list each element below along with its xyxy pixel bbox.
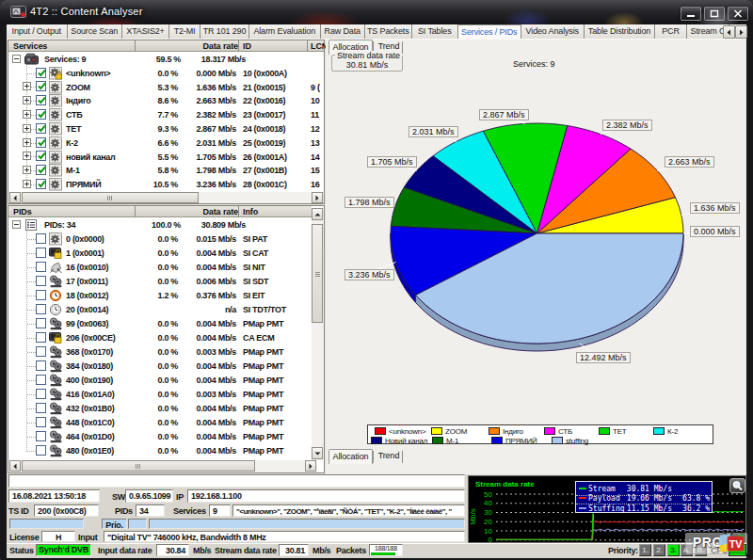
magnifier-button[interactable]	[729, 478, 745, 493]
priority-button-3[interactable]: 3.	[667, 544, 680, 556]
pid-row[interactable]: 99 (0x0063)0.0 %0.004 Mb/sPMap PMT	[8, 317, 312, 331]
scroll-right-button[interactable]	[305, 460, 316, 472]
expand-toggle[interactable]	[23, 138, 31, 147]
tab-table-distribution[interactable]: Table Distribution	[585, 24, 655, 40]
expand-toggle[interactable]	[23, 96, 31, 104]
pid-row[interactable]: 384 (0x0180)0.0 %0.004 Mb/sPMap PMT	[8, 360, 312, 374]
service-row[interactable]: ПРЯМИЙ10.5 %3.236 Mb/s28 (0x001C)16	[8, 178, 324, 192]
priority-button-1[interactable]: 1.	[639, 544, 651, 556]
service-row[interactable]: новий канал5.5 %1.705 Mb/s26 (0x001A)14	[8, 151, 324, 165]
expand-toggle[interactable]	[23, 110, 31, 119]
pid-row[interactable]: 17 (0x0011)0.0 %0.006 Mb/sSI SDT	[8, 275, 312, 289]
tab-t2-mi[interactable]: T2-MI	[169, 24, 200, 40]
pid-row[interactable]: 0 (0x0000)0.0 %0.015 Mb/sSI PAT	[8, 232, 312, 247]
scroll-right-button[interactable]	[312, 192, 323, 203]
maximize-button[interactable]	[704, 7, 725, 21]
tab-pcr[interactable]: PCR	[655, 24, 687, 40]
service-row[interactable]: ТЕТ9.3 %2.867 Mb/s24 (0x0018)12	[8, 122, 324, 136]
pids-vscrollbar[interactable]	[312, 208, 324, 460]
service-root-row[interactable]: Services: 959.5 %18.317 Mb/s	[8, 53, 324, 67]
scroll-thumb[interactable]	[22, 460, 255, 472]
row-checkbox[interactable]	[36, 165, 46, 175]
service-row[interactable]: СТБ7.7 %2.382 Mb/s23 (0x0017)11	[8, 108, 324, 122]
service-row[interactable]: М-15.8 %1.798 Mb/s27 (0x001B)15	[8, 164, 324, 178]
pids-header[interactable]: PIDs Data rate Info	[8, 206, 312, 217]
tab-tr-101-290[interactable]: TR 101 290	[200, 24, 249, 40]
row-checkbox[interactable]	[36, 262, 46, 272]
services-header[interactable]: Services Data rate ID LCN	[8, 40, 324, 52]
pid-row[interactable]: 20 (0x0014)n/aSI TDT/TOT	[8, 303, 312, 317]
row-checkbox[interactable]	[36, 137, 46, 148]
row-checkbox[interactable]	[36, 179, 46, 189]
expand-toggle[interactable]	[23, 82, 31, 90]
close-button[interactable]	[728, 7, 748, 21]
expand-toggle[interactable]	[23, 180, 31, 188]
scroll-left-button[interactable]	[9, 460, 21, 472]
pid-row[interactable]: 416 (0x01A0)0.0 %0.003 Mb/sPMap PMT	[8, 388, 312, 402]
pid-row[interactable]: 206 (0x00CE)0.0 %0.004 Mb/sCA ECM	[8, 331, 312, 345]
row-checkbox[interactable]	[36, 375, 46, 385]
tab-video-analysis[interactable]: Video Analysis	[521, 24, 585, 40]
row-checkbox[interactable]	[36, 81, 46, 91]
tab-scroll-right-button[interactable]	[735, 25, 747, 39]
pid-row[interactable]: 16 (0x0010)0.0 %0.004 Mb/sSI NIT	[8, 261, 312, 275]
collapse-toggle[interactable]	[12, 55, 21, 63]
expand-toggle[interactable]	[23, 166, 31, 174]
row-checkbox[interactable]	[36, 276, 46, 286]
pid-row[interactable]: 432 (0x01B0)0.0 %0.004 Mb/sPMap PMT	[8, 402, 312, 416]
row-checkbox[interactable]	[36, 403, 46, 413]
row-checkbox[interactable]	[36, 151, 46, 161]
scroll-up-button[interactable]	[312, 208, 323, 220]
tab-scroll-left-button[interactable]	[723, 25, 735, 39]
tab-alarm-evaluation[interactable]: Alarm Evaluation	[249, 24, 321, 40]
services-hscrollbar[interactable]	[8, 192, 324, 203]
tab-si-tables[interactable]: SI Tables	[412, 24, 459, 40]
service-row[interactable]: Індиго8.6 %2.663 Mb/s22 (0x0016)10	[8, 94, 324, 108]
pid-row[interactable]: 480 (0x01E0)0.0 %0.004 Mb/sPMap PMT	[8, 444, 312, 458]
tab-xtasis2-[interactable]: XTASIS2+	[122, 24, 169, 40]
row-checkbox[interactable]	[36, 248, 46, 258]
tab-ts-packets[interactable]: TS Packets	[365, 24, 412, 40]
row-checkbox[interactable]	[36, 68, 46, 78]
scroll-left-button[interactable]	[9, 192, 21, 203]
tab-input-output[interactable]: Input / Output	[7, 24, 68, 40]
service-row[interactable]: К-26.6 %2.031 Mb/s25 (0x0019)13	[8, 136, 324, 151]
scroll-down-button[interactable]	[312, 447, 323, 459]
minimize-button[interactable]	[681, 7, 701, 21]
pids-hscrollbar[interactable]	[8, 460, 317, 472]
pid-root-row[interactable]: PIDs: 34100.0 %30.809 Mb/s	[8, 218, 312, 232]
row-checkbox[interactable]	[36, 431, 46, 441]
collapse-toggle[interactable]	[12, 220, 21, 229]
row-checkbox[interactable]	[36, 445, 46, 456]
row-checkbox[interactable]	[36, 318, 46, 328]
expand-toggle[interactable]	[23, 152, 31, 160]
tab-trend[interactable]: Trend	[376, 449, 402, 464]
expand-toggle[interactable]	[23, 124, 31, 133]
row-checkbox[interactable]	[36, 123, 46, 134]
row-checkbox[interactable]	[36, 332, 46, 343]
service-row[interactable]: ZOOM5.3 %1.636 Mb/s21 (0x0015)9 (	[8, 81, 324, 95]
pid-row[interactable]: 464 (0x01D0)0.0 %0.004 Mb/sPMap PMT	[8, 430, 312, 444]
scroll-thumb[interactable]	[312, 224, 323, 323]
service-row[interactable]: <unknown>0.0 %0.000 Mb/s10 (0x000A)	[8, 67, 324, 81]
pid-row[interactable]: 368 (0x0170)0.0 %0.003 Mb/sPMap PMT	[8, 345, 312, 360]
pid-row[interactable]: 400 (0x0190)0.0 %0.004 Mb/sPMap PMT	[8, 374, 312, 388]
pie-chart[interactable]	[328, 75, 746, 395]
row-checkbox[interactable]	[36, 360, 46, 371]
scroll-thumb[interactable]	[22, 192, 199, 203]
tab-allocation[interactable]: Allocation	[328, 449, 373, 464]
row-checkbox[interactable]	[36, 109, 46, 120]
row-checkbox[interactable]	[36, 389, 46, 399]
row-checkbox[interactable]	[36, 233, 46, 244]
message-field[interactable]	[8, 474, 465, 488]
row-checkbox[interactable]	[36, 417, 46, 427]
tab-raw-data[interactable]: Raw Data	[321, 24, 366, 40]
row-checkbox[interactable]	[36, 346, 46, 357]
tab-services-pids[interactable]: Services / PIDs	[458, 24, 521, 40]
tab-source-scan[interactable]: Source Scan	[68, 24, 123, 40]
row-checkbox[interactable]	[36, 290, 46, 300]
pid-row[interactable]: 18 (0x0012)1.2 %0.376 Mb/sSI EIT	[8, 289, 312, 303]
titlebar[interactable]: 4T2 :: Content Analyser	[0, 0, 753, 24]
row-checkbox[interactable]	[36, 304, 46, 314]
pid-row[interactable]: 1 (0x0001)0.0 %0.004 Mb/sSI CAT	[8, 247, 312, 261]
